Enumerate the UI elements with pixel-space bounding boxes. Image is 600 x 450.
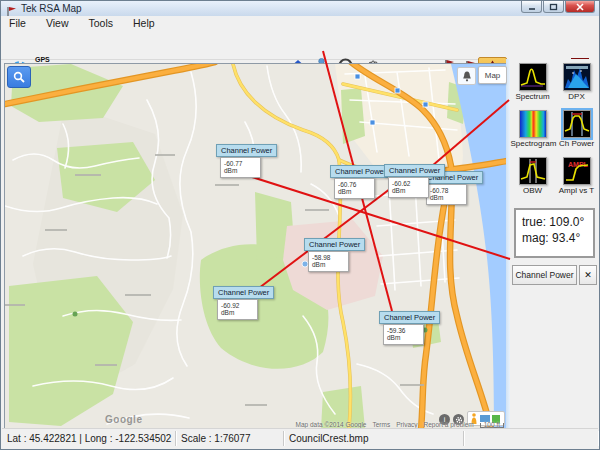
status-scale: Scale : 1:76077 xyxy=(176,431,284,446)
minimize-button[interactable] xyxy=(521,1,542,13)
measurement-label: Spectrogram xyxy=(511,139,555,148)
callout-title[interactable]: Channel Power xyxy=(384,164,445,177)
measurement-button-spectrogram[interactable]: Spectrogram xyxy=(511,110,555,148)
measurement-button-ch-power[interactable]: Ch Power xyxy=(555,110,599,148)
callout-title[interactable]: Channel Power xyxy=(379,311,440,324)
measurement-button-spectrum[interactable]: Spectrum xyxy=(511,63,555,101)
channel-power-callout[interactable]: Channel Power-58.98dBm xyxy=(304,238,365,272)
close-button[interactable] xyxy=(565,1,595,13)
callout-value: -60.62 xyxy=(392,180,426,187)
dpx-icon xyxy=(563,63,591,91)
callout-value: -60.76 xyxy=(338,181,372,188)
callout-body: -58.98dBm xyxy=(308,251,349,272)
measurement-label: Spectrum xyxy=(511,92,555,101)
status-position: Lat : 45.422821 | Long : -122.534502 xyxy=(2,431,176,446)
measurement-button-dpx[interactable]: DPX xyxy=(555,63,599,101)
measurement-button-ampl-vs-t[interactable]: AMPLAmpl vs T xyxy=(555,157,599,195)
callout-unit: dBm xyxy=(338,188,372,195)
map-canvas[interactable]: Map i Google Map data ©2014 Google Terms… xyxy=(4,63,508,430)
google-logo: Google xyxy=(105,414,142,425)
attribution-map-data: Map data ©2014 Google xyxy=(296,421,367,428)
channel-power-callout[interactable]: Channel Power-60.92dBm xyxy=(213,286,274,320)
tek-rsa-map-window: { "window": { "title": "Tek RSA Map", "c… xyxy=(0,0,600,450)
mag-bearing-value: 93.4° xyxy=(552,231,580,245)
channel-power-callout[interactable]: Channel Power-60.76dBm xyxy=(330,165,391,199)
measurement-sidebar: SpectrumDPXSpectrogramCh PowerOBWAMPLAmp… xyxy=(510,59,599,429)
callout-unit: dBm xyxy=(312,261,346,268)
callout-body: -60.92dBm xyxy=(217,299,258,320)
map-tiles xyxy=(5,64,507,429)
menu-file[interactable]: File xyxy=(7,17,28,29)
channel-power-callout[interactable]: Channel Power-59.36dBm xyxy=(379,311,440,345)
callout-body: -60.62dBm xyxy=(388,177,429,198)
bearing-readout: true: 109.0° mag: 93.4° xyxy=(514,208,595,258)
callout-unit: dBm xyxy=(392,187,426,194)
attribution-terms[interactable]: Terms xyxy=(372,421,390,428)
measurement-label: Ampl vs T xyxy=(555,186,599,195)
callout-body: -60.76dBm xyxy=(334,178,375,199)
callout-value: -58.98 xyxy=(312,254,346,261)
callout-unit: dBm xyxy=(224,167,258,174)
menu-bar: File View Tools Help xyxy=(1,16,599,29)
gps-label: GPS xyxy=(35,56,50,63)
status-empty xyxy=(464,431,598,446)
status-filename: CouncilCrest.bmp xyxy=(284,431,464,446)
callout-value: -59.36 xyxy=(387,327,421,334)
callout-unit: dBm xyxy=(387,334,421,341)
measurement-grid: SpectrumDPXSpectrogramCh PowerOBWAMPLAmp… xyxy=(510,59,599,195)
spectrum-icon xyxy=(519,63,547,91)
true-bearing-label: true: xyxy=(522,215,546,229)
window-title: Tek RSA Map xyxy=(21,3,82,14)
map-type-button[interactable]: Map xyxy=(478,66,507,84)
spectrogram-icon xyxy=(519,110,547,138)
callout-body: -59.36dBm xyxy=(383,324,424,345)
menu-tools[interactable]: Tools xyxy=(87,17,116,29)
callout-title[interactable]: Channel Power xyxy=(330,165,391,178)
status-bar: Lat : 45.422821 | Long : -122.534502 Sca… xyxy=(2,428,598,448)
ampl-vs-t-icon: AMPL xyxy=(563,157,591,185)
notification-bell-icon[interactable] xyxy=(457,67,476,85)
callout-value: -60.92 xyxy=(221,302,255,309)
map-search-button[interactable] xyxy=(7,66,31,88)
callout-body: -60.77dBm xyxy=(220,157,261,178)
title-bar: Tek RSA Map xyxy=(1,1,599,17)
menu-view[interactable]: View xyxy=(44,17,71,29)
attribution-privacy[interactable]: Privacy xyxy=(396,421,417,428)
channel-power-callout[interactable]: Channel Power-60.62dBm xyxy=(384,164,445,198)
maximize-button[interactable] xyxy=(543,1,564,13)
callout-title[interactable]: Channel Power xyxy=(213,286,274,299)
measurement-label: OBW xyxy=(511,186,555,195)
true-bearing-value: 109.0° xyxy=(549,215,584,229)
mag-bearing-label: mag: xyxy=(522,231,549,245)
attribution-report[interactable]: Report a problem xyxy=(424,421,474,428)
toolbar: GPS xyxy=(1,29,599,60)
measurement-label: Ch Power xyxy=(555,139,599,148)
active-measurement-button[interactable]: Channel Power xyxy=(512,265,577,285)
callout-unit: dBm xyxy=(221,309,255,316)
callout-value: -60.77 xyxy=(224,160,258,167)
ch-power-icon xyxy=(563,110,591,138)
callout-title[interactable]: Channel Power xyxy=(304,238,365,251)
callout-title[interactable]: Channel Power xyxy=(216,144,277,157)
measurement-label: DPX xyxy=(555,92,599,101)
close-measurement-icon[interactable]: ✕ xyxy=(579,265,597,285)
menu-help[interactable]: Help xyxy=(131,17,157,29)
map-attribution: Map data ©2014 Google Terms Privacy Repo… xyxy=(296,421,504,428)
obw-icon xyxy=(519,157,547,185)
measurement-button-obw[interactable]: OBW xyxy=(511,157,555,195)
channel-power-callout[interactable]: Channel Power-60.77dBm xyxy=(216,144,277,178)
